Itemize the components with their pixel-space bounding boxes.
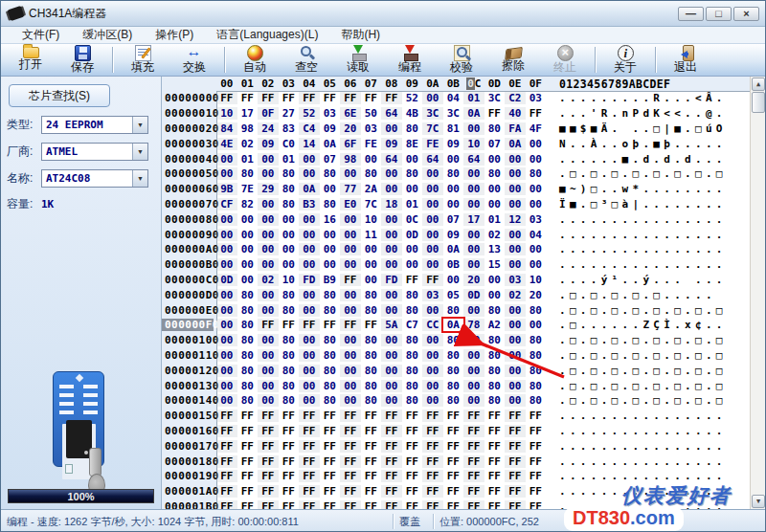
hex-byte[interactable]: 80 [279, 304, 300, 317]
hex-byte[interactable]: 00 [505, 167, 526, 180]
hex-byte[interactable]: 80 [279, 289, 300, 301]
hex-byte[interactable]: 80 [320, 289, 341, 301]
hex-byte[interactable]: 00 [463, 183, 484, 195]
hex-byte[interactable]: 09 [258, 138, 279, 150]
hex-byte[interactable]: 80 [443, 380, 464, 392]
hex-byte[interactable]: 00 [484, 198, 506, 211]
hex-byte[interactable]: FF [361, 440, 382, 453]
hex-byte[interactable]: 00 [422, 334, 443, 346]
hex-byte[interactable]: FF [484, 425, 506, 437]
hex-byte[interactable]: 80 [361, 334, 382, 346]
ascii-cell[interactable]: ................ [559, 470, 727, 482]
hex-byte[interactable]: FF [320, 92, 341, 104]
hex-byte[interactable]: FF [463, 425, 484, 437]
hex-byte[interactable]: 00 [505, 198, 526, 211]
hex-byte[interactable]: FF [361, 425, 382, 437]
hex-byte[interactable]: 00 [422, 380, 443, 392]
hex-byte[interactable]: 05 [443, 289, 464, 301]
hex-byte[interactable]: 80 [320, 349, 341, 362]
hex-byte[interactable]: 00 [216, 167, 237, 180]
hex-byte[interactable]: 00 [422, 349, 443, 362]
hex-byte[interactable]: 03 [505, 274, 526, 286]
hex-byte[interactable]: 80 [484, 122, 506, 135]
hex-byte[interactable]: 80 [237, 167, 259, 180]
hex-byte[interactable]: FF [505, 500, 526, 509]
hex-byte[interactable]: 00 [484, 274, 506, 286]
hex-byte[interactable]: 7E [237, 183, 259, 195]
hex-byte[interactable]: FF [299, 425, 320, 437]
hex-byte[interactable]: 00 [216, 380, 237, 392]
hex-byte[interactable]: FF [505, 485, 526, 498]
hex-byte[interactable]: 00 [258, 334, 279, 346]
hex-byte[interactable]: 00 [402, 258, 423, 271]
minimize-button[interactable]: — [678, 7, 704, 21]
hex-byte[interactable]: FF [526, 425, 547, 437]
hex-byte[interactable]: 00 [463, 258, 484, 271]
ascii-cell[interactable]: ................ [559, 440, 727, 453]
hex-byte[interactable]: 01 [484, 213, 506, 226]
hex-byte[interactable]: FF [381, 500, 402, 509]
hex-byte[interactable]: 00 [299, 304, 320, 317]
hex-byte[interactable]: FF [340, 440, 361, 453]
hex-byte[interactable]: 17 [463, 213, 484, 226]
hex-byte[interactable]: 00 [422, 365, 443, 377]
hex-byte[interactable]: 6F [340, 138, 361, 150]
hex-byte[interactable]: 00 [422, 229, 443, 241]
hex-byte[interactable]: FF [505, 455, 526, 468]
hex-byte[interactable]: 80 [279, 198, 300, 211]
hex-byte[interactable]: 80 [443, 365, 464, 377]
hex-byte[interactable]: 80 [237, 365, 259, 377]
hex-byte[interactable]: FF [361, 92, 382, 104]
hex-byte[interactable]: 80 [402, 365, 423, 377]
hex-byte[interactable]: 03 [361, 122, 382, 135]
exit-button[interactable]: 退出 [660, 44, 711, 76]
hex-byte[interactable]: 80 [402, 349, 423, 362]
hex-byte[interactable]: 81 [443, 122, 464, 135]
hex-byte[interactable]: 80 [361, 349, 382, 362]
hex-byte[interactable]: 00 [526, 138, 547, 150]
hex-byte[interactable]: 00 [216, 365, 237, 377]
hex-byte[interactable]: FF [361, 485, 382, 498]
hex-byte[interactable]: FF [381, 425, 402, 437]
hex-byte[interactable]: FF [422, 455, 443, 468]
hex-byte[interactable]: FF [237, 440, 259, 453]
hex-byte[interactable]: 82 [237, 198, 259, 211]
hex-byte[interactable]: 00 [258, 258, 279, 271]
hex-byte[interactable]: FF [216, 440, 237, 453]
hex-byte[interactable]: FF [484, 107, 506, 120]
hex-byte[interactable]: 80 [279, 167, 300, 180]
hex-byte[interactable]: 80 [237, 394, 259, 407]
hex-byte[interactable]: 80 [320, 365, 341, 377]
hex-byte[interactable]: FF [422, 470, 443, 482]
hex-byte[interactable]: FF [258, 319, 279, 331]
vendor-select[interactable]: ATMEL▼ [41, 143, 148, 161]
hex-byte[interactable]: 0A [443, 319, 464, 331]
hex-byte[interactable]: FF [443, 470, 464, 482]
hex-byte[interactable]: 00 [422, 304, 443, 317]
hex-byte[interactable]: 01 [237, 153, 259, 166]
open-button[interactable]: 打开 [5, 44, 56, 76]
ascii-cell[interactable]: Ï■.□³□à|........ [559, 198, 727, 211]
hex-byte[interactable]: 02 [505, 289, 526, 301]
hex-byte[interactable]: 78 [463, 319, 484, 331]
menu-item-2[interactable]: 操作(P) [144, 27, 205, 43]
hex-byte[interactable]: FF [463, 470, 484, 482]
hex-byte[interactable]: 00 [422, 243, 443, 255]
hex-byte[interactable]: 00 [258, 229, 279, 241]
hex-byte[interactable]: FF [381, 485, 402, 498]
hex-byte[interactable]: FF [526, 410, 547, 422]
hex-byte[interactable]: 80 [402, 304, 423, 317]
hex-byte[interactable]: 0A [299, 183, 320, 195]
hex-byte[interactable]: 00 [237, 243, 259, 255]
hex-byte[interactable]: 00 [237, 274, 259, 286]
hex-byte[interactable]: 00 [526, 153, 547, 166]
hex-byte[interactable]: FF [484, 440, 506, 453]
hex-byte[interactable]: 00 [237, 229, 259, 241]
hex-byte[interactable]: 00 [299, 394, 320, 407]
ascii-cell[interactable]: ................ [559, 213, 727, 226]
hex-byte[interactable]: FF [279, 470, 300, 482]
hex-byte[interactable]: FF [216, 485, 237, 498]
hex-byte[interactable]: 84 [216, 122, 237, 135]
ascii-cell[interactable]: ................ [559, 425, 727, 437]
hex-byte[interactable]: 80 [237, 334, 259, 346]
